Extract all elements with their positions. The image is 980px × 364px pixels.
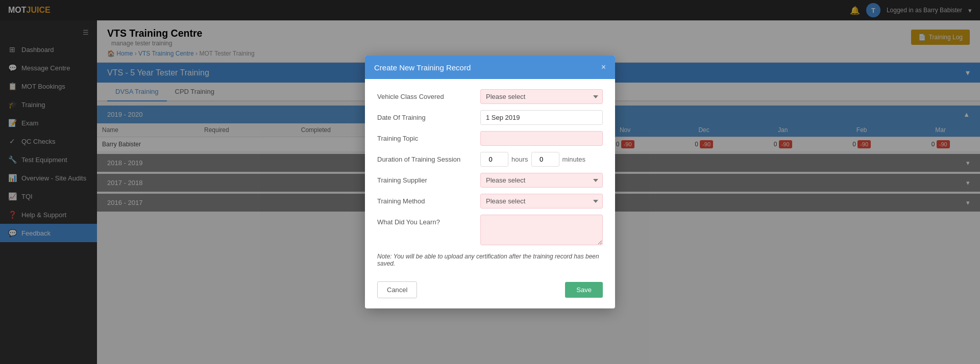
cancel-button[interactable]: Cancel xyxy=(377,281,417,298)
vehicle-class-row: Vehicle Class Covered Please select xyxy=(377,89,603,104)
modal-title: Create New Training Record xyxy=(374,63,471,72)
modal-overlay: Create New Training Record × Vehicle Cla… xyxy=(0,0,980,364)
training-topic-control xyxy=(480,131,603,146)
modal-header: Create New Training Record × xyxy=(365,56,615,79)
training-topic-input[interactable] xyxy=(480,131,603,146)
date-training-label: Date Of Training xyxy=(377,110,474,121)
supplier-label: Training Supplier xyxy=(377,173,474,184)
date-training-row: Date Of Training xyxy=(377,110,603,125)
minutes-label: minutes xyxy=(562,155,586,163)
supplier-row: Training Supplier Please select xyxy=(377,173,603,188)
modal-create-training: Create New Training Record × Vehicle Cla… xyxy=(365,56,615,308)
modal-footer: Cancel Save xyxy=(365,276,615,308)
date-training-input[interactable] xyxy=(480,110,603,125)
duration-label: Duration of Training Session xyxy=(377,152,474,163)
duration-row: Duration of Training Session hours minut… xyxy=(377,152,603,167)
save-button[interactable]: Save xyxy=(565,282,603,298)
duration-inputs: hours minutes xyxy=(480,152,603,167)
learn-textarea[interactable] xyxy=(480,215,603,245)
method-label: Training Method xyxy=(377,194,474,205)
training-topic-label: Training Topic xyxy=(377,131,474,142)
vehicle-class-label: Vehicle Class Covered xyxy=(377,89,474,100)
vehicle-class-control: Please select xyxy=(480,89,603,104)
method-select[interactable]: Please select xyxy=(480,194,603,209)
method-row: Training Method Please select xyxy=(377,194,603,209)
note-text: Note: You will be able to upload any cer… xyxy=(377,253,603,267)
learn-control xyxy=(480,215,603,247)
modal-body: Vehicle Class Covered Please select Date… xyxy=(365,79,615,276)
date-training-control xyxy=(480,110,603,125)
duration-minutes-input[interactable] xyxy=(531,152,559,167)
supplier-select[interactable]: Please select xyxy=(480,173,603,188)
learn-label: What Did You Learn? xyxy=(377,215,474,226)
method-control: Please select xyxy=(480,194,603,209)
learn-row: What Did You Learn? xyxy=(377,215,603,247)
supplier-control: Please select xyxy=(480,173,603,188)
modal-close-button[interactable]: × xyxy=(601,63,606,72)
vehicle-class-select[interactable]: Please select xyxy=(480,89,603,104)
duration-hours-input[interactable] xyxy=(480,152,508,167)
hours-label: hours xyxy=(511,155,528,163)
duration-control: hours minutes xyxy=(480,152,603,167)
training-topic-row: Training Topic xyxy=(377,131,603,146)
